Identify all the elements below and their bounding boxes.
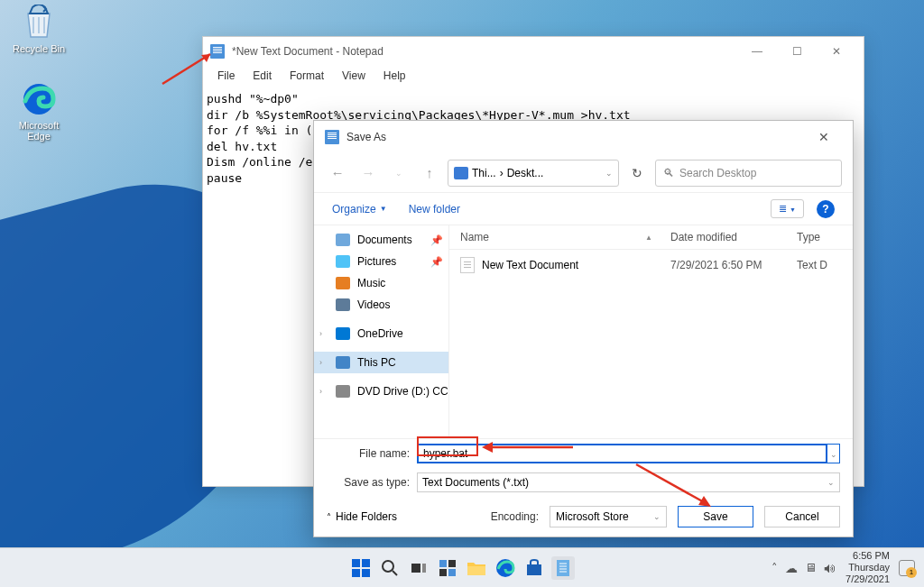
music-icon <box>336 277 350 289</box>
menu-view[interactable]: View <box>333 66 374 87</box>
save-button[interactable]: Save <box>678 506 753 527</box>
notifications-button[interactable] <box>899 560 915 576</box>
chevron-right-icon[interactable]: › <box>319 358 322 367</box>
tray-chevron-icon[interactable]: ˄ <box>772 561 778 574</box>
task-view-button[interactable] <box>407 556 430 580</box>
search-icon: 🔍︎ <box>663 167 674 179</box>
svg-rect-22 <box>557 560 569 576</box>
column-header-date[interactable]: Date modified <box>670 231 797 243</box>
close-button[interactable]: ✕ <box>806 124 842 151</box>
save-as-toolbar: Organize▼ New folder ≣ ▼ ? <box>314 193 853 225</box>
maximize-button[interactable]: ☐ <box>777 39 817 64</box>
taskbar-tray: ˄ ☁ 🖥︎ 🔊︎ 6:56 PM Thursday 7/29/2021 <box>762 550 924 586</box>
this-pc-icon <box>336 356 350 369</box>
menu-file[interactable]: File <box>208 66 244 87</box>
documents-icon <box>336 234 350 246</box>
save-as-footer: File name: ⌄ Save as type: Text Document… <box>314 438 853 537</box>
forward-button[interactable]: → <box>356 161 381 186</box>
sidebar-item-music[interactable]: Music <box>314 272 448 294</box>
encoding-label: Encoding: <box>491 510 539 523</box>
encoding-combo[interactable]: Microsoft Store⌄ <box>550 506 667 527</box>
start-button[interactable] <box>349 556 373 580</box>
sort-asc-icon: ▲ <box>645 234 652 242</box>
desktop-icon-edge[interactable]: Microsoft Edge <box>7 81 70 142</box>
taskbar-clock[interactable]: 6:56 PM Thursday 7/29/2021 <box>845 550 890 586</box>
breadcrumb-current: Deskt... <box>507 167 544 179</box>
save-type-combo[interactable]: Text Documents (*.txt)⌄ <box>417 472 840 492</box>
filename-dropdown-icon[interactable]: ⌄ <box>827 444 840 463</box>
network-tray-icon[interactable]: 🖥︎ <box>805 561 817 574</box>
svg-rect-18 <box>448 569 456 576</box>
column-header-name[interactable]: Name▲ <box>460 231 670 243</box>
svg-rect-14 <box>422 564 426 573</box>
save-as-dialog: Save As ✕ ← → ⌄ ↑ Thi... › Deskt... ⌄ ↻ … <box>313 120 854 537</box>
file-type: Text D <box>797 259 842 271</box>
svg-rect-7 <box>352 559 360 567</box>
sidebar-item-dvd[interactable]: ›DVD Drive (D:) CC <box>314 381 448 402</box>
filename-input[interactable] <box>417 444 827 463</box>
breadcrumb[interactable]: Thi... › Deskt... ⌄ <box>448 160 619 187</box>
explorer-button[interactable] <box>465 556 488 580</box>
dvd-icon <box>336 385 350 398</box>
new-folder-button[interactable]: New folder <box>409 203 460 216</box>
view-options-button[interactable]: ≣ ▼ <box>771 199 804 218</box>
volume-tray-icon[interactable]: 🔊︎ <box>824 561 836 575</box>
store-button[interactable] <box>522 556 546 580</box>
save-as-titlebar[interactable]: Save As ✕ <box>314 121 853 153</box>
organize-button[interactable]: Organize▼ <box>332 203 387 216</box>
chevron-up-icon: ˄ <box>327 512 331 522</box>
onedrive-icon <box>336 327 350 340</box>
file-date: 7/29/2021 6:50 PM <box>670 259 797 271</box>
text-file-icon <box>460 257 475 273</box>
chevron-right-icon[interactable]: › <box>319 329 322 338</box>
clock-date: 7/29/2021 <box>845 573 890 585</box>
svg-rect-10 <box>362 569 370 577</box>
menu-help[interactable]: Help <box>374 66 415 87</box>
notepad-title-text: *New Text Document - Notepad <box>232 45 383 58</box>
search-button[interactable] <box>378 556 402 580</box>
desktop-icon-label: Recycle Bin <box>7 43 70 54</box>
sidebar-item-this-pc[interactable]: ›This PC <box>314 352 448 373</box>
sidebar-item-onedrive[interactable]: ›OneDrive <box>314 323 448 344</box>
column-header-type[interactable]: Type <box>797 231 842 243</box>
desktop-icon-recycle-bin[interactable]: Recycle Bin <box>7 5 70 54</box>
refresh-button[interactable]: ↻ <box>624 161 650 186</box>
widgets-button[interactable] <box>436 556 459 580</box>
back-button[interactable]: ← <box>325 161 350 186</box>
clock-day: Thursday <box>845 562 890 573</box>
pin-icon: 📌 <box>430 234 443 246</box>
svg-rect-9 <box>352 569 360 577</box>
save-as-navbar: ← → ⌄ ↑ Thi... › Deskt... ⌄ ↻ 🔍︎ Search … <box>314 153 853 193</box>
notepad-titlebar[interactable]: *New Text Document - Notepad — ☐ ✕ <box>203 37 864 66</box>
close-button[interactable]: ✕ <box>817 39 856 64</box>
svg-rect-21 <box>527 564 541 575</box>
cancel-button[interactable]: Cancel <box>764 506 840 527</box>
up-button[interactable]: ↑ <box>417 161 442 186</box>
taskbar: ˄ ☁ 🖥︎ 🔊︎ 6:56 PM Thursday 7/29/2021 <box>0 547 924 587</box>
this-pc-icon <box>454 167 468 179</box>
search-placeholder: Search Desktop <box>679 167 756 179</box>
notepad-taskbar-button[interactable] <box>551 556 575 580</box>
desktop-icon-label: Microsoft Edge <box>7 120 70 142</box>
minimize-button[interactable]: — <box>737 39 777 64</box>
breadcrumb-dropdown-icon[interactable]: ⌄ <box>605 169 613 178</box>
save-as-title-text: Save As <box>346 131 386 143</box>
file-list-item[interactable]: New Text Document 7/29/2021 6:50 PM Text… <box>449 250 853 280</box>
recent-dropdown[interactable]: ⌄ <box>386 161 411 186</box>
pictures-icon <box>336 255 350 268</box>
edge-taskbar-button[interactable] <box>494 556 517 580</box>
hide-folders-button[interactable]: ˄Hide Folders <box>327 510 397 523</box>
sidebar-item-documents[interactable]: Documents📌 <box>314 229 448 251</box>
svg-rect-8 <box>362 559 370 567</box>
menu-format[interactable]: Format <box>281 66 333 87</box>
chevron-right-icon[interactable]: › <box>319 387 322 396</box>
onedrive-tray-icon[interactable]: ☁ <box>785 561 798 575</box>
sidebar-item-pictures[interactable]: Pictures📌 <box>314 251 448 272</box>
sidebar-item-videos[interactable]: Videos <box>314 294 448 316</box>
menu-edit[interactable]: Edit <box>244 66 281 87</box>
notepad-icon <box>210 44 225 59</box>
svg-line-12 <box>393 571 397 575</box>
search-input[interactable]: 🔍︎ Search Desktop <box>655 160 842 187</box>
pin-icon: 📌 <box>430 256 443 268</box>
help-button[interactable]: ? <box>817 200 835 218</box>
